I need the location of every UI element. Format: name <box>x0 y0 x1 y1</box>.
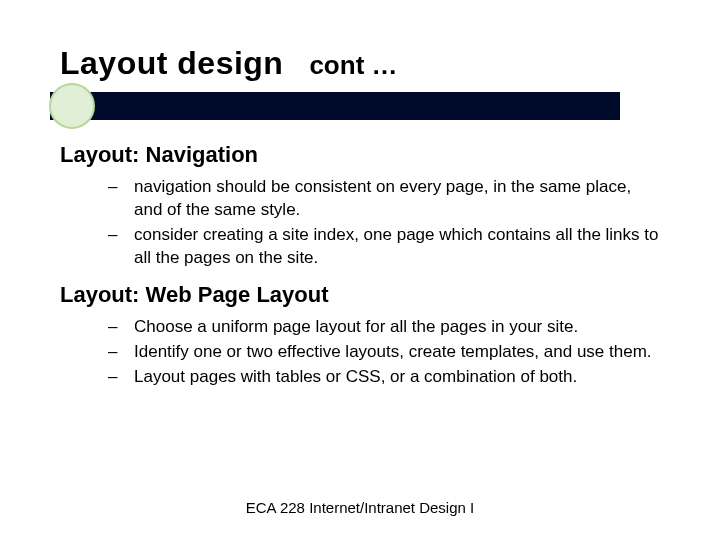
list-item: Layout pages with tables or CSS, or a co… <box>120 366 660 389</box>
bullet-list: navigation should be consistent on every… <box>60 176 660 270</box>
list-item: Choose a uniform page layout for all the… <box>120 316 660 339</box>
title-row: Layout design cont … <box>60 45 660 82</box>
bar-dark <box>50 92 620 120</box>
list-item: consider creating a site index, one page… <box>120 224 660 270</box>
slide: Layout design cont … Layout: Navigation … <box>0 0 720 540</box>
section-heading: Layout: Navigation <box>60 142 660 168</box>
decorative-bar <box>50 92 670 120</box>
slide-title: Layout design <box>60 45 283 82</box>
list-item: navigation should be consistent on every… <box>120 176 660 222</box>
slide-subtitle: cont … <box>309 50 397 81</box>
section-heading: Layout: Web Page Layout <box>60 282 660 308</box>
bar-circle-icon <box>49 83 95 129</box>
bullet-list: Choose a uniform page layout for all the… <box>60 316 660 389</box>
footer-text: ECA 228 Internet/Intranet Design I <box>0 499 720 516</box>
list-item: Identify one or two effective layouts, c… <box>120 341 660 364</box>
